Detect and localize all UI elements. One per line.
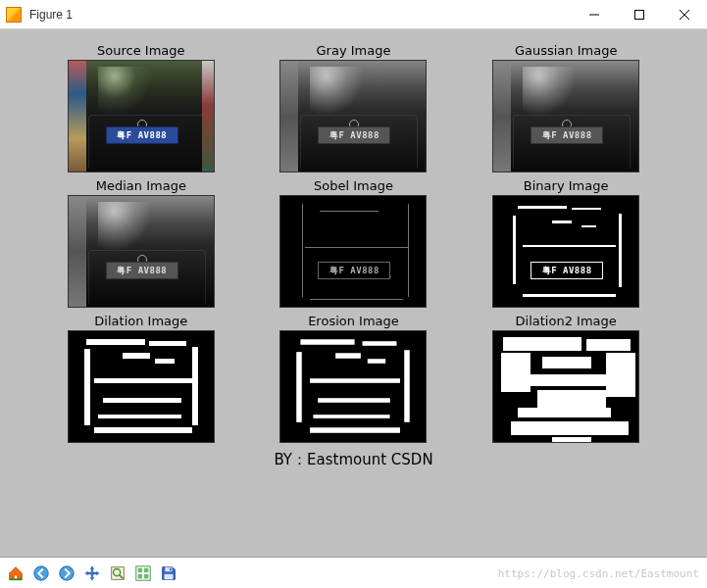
license-plate: 粤F AV888 xyxy=(530,262,603,279)
subplot-label: Gaussian Image xyxy=(515,43,618,58)
svg-rect-12 xyxy=(138,573,143,578)
subplot-image xyxy=(492,330,639,443)
back-button[interactable] xyxy=(29,562,53,585)
maximize-button[interactable] xyxy=(617,0,662,29)
subplot-image: 粤F AV888 xyxy=(492,60,639,172)
subplot-source: Source Image 粤F AV888 xyxy=(55,43,228,172)
forward-button[interactable] xyxy=(55,562,78,585)
subplot-image: 粤F AV888 xyxy=(68,60,215,172)
zoom-button[interactable] xyxy=(106,562,129,585)
subplot-binary: Binary Image 粤F AV888 xyxy=(480,178,653,308)
subplot-grid: Source Image 粤F AV888 Gray Image 粤F AV88… xyxy=(55,43,653,443)
window-controls xyxy=(572,0,707,29)
home-button[interactable] xyxy=(4,562,27,585)
subplot-dilation2: Dilation2 Image xyxy=(480,314,653,443)
watermark: https://blog.csdn.net/Eastmount xyxy=(498,567,699,580)
app-icon xyxy=(6,7,22,23)
subplot-label: Dilation Image xyxy=(94,314,187,328)
subplot-dilation: Dilation Image xyxy=(55,314,228,443)
svg-rect-1 xyxy=(635,10,644,19)
svg-point-4 xyxy=(34,565,48,579)
pan-button[interactable] xyxy=(80,562,104,585)
subplot-sobel: Sobel Image 粤F AV888 xyxy=(267,178,440,308)
subplot-label: Dilation2 Image xyxy=(516,314,617,328)
subplot-image: 粤F AV888 xyxy=(68,195,215,308)
minimize-button[interactable] xyxy=(572,0,617,29)
license-plate: 粤F AV888 xyxy=(106,262,178,279)
subplot-label: Source Image xyxy=(97,43,185,58)
license-plate: 粤F AV888 xyxy=(530,126,603,144)
svg-rect-11 xyxy=(144,567,149,572)
subplot-label: Erosion Image xyxy=(308,314,399,328)
svg-point-5 xyxy=(60,565,74,579)
svg-rect-13 xyxy=(144,573,149,578)
figure-caption: BY：Eastmount CSDN xyxy=(0,451,707,469)
license-plate: 粤F AV888 xyxy=(318,262,390,279)
subplot-image: 粤F AV888 xyxy=(492,195,639,308)
subplot-image: 粤F AV888 xyxy=(279,60,427,172)
window-title: Figure 1 xyxy=(29,8,572,22)
svg-rect-16 xyxy=(170,567,172,570)
save-button[interactable] xyxy=(157,562,180,585)
subplot-label: Gray Image xyxy=(317,43,391,58)
figure-canvas: Source Image 粤F AV888 Gray Image 粤F AV88… xyxy=(0,29,707,557)
svg-rect-10 xyxy=(138,567,143,572)
subplot-image xyxy=(68,330,215,443)
configure-subplots-button[interactable] xyxy=(131,562,155,585)
titlebar: Figure 1 xyxy=(0,0,707,29)
subplot-label: Sobel Image xyxy=(314,178,393,193)
subplot-image: 粤F AV888 xyxy=(279,195,427,308)
subplot-image xyxy=(279,330,427,443)
subplot-label: Median Image xyxy=(96,178,186,193)
svg-rect-15 xyxy=(165,573,174,578)
subplot-erosion: Erosion Image xyxy=(267,314,440,443)
license-plate: 粤F AV888 xyxy=(318,126,390,144)
subplot-median: Median Image 粤F AV888 xyxy=(55,178,228,308)
license-plate: 粤F AV888 xyxy=(106,126,178,144)
subplot-gaussian: Gaussian Image 粤F AV888 xyxy=(480,43,653,172)
close-button[interactable] xyxy=(662,0,707,29)
subplot-gray: Gray Image 粤F AV888 xyxy=(267,43,440,172)
subplot-label: Binary Image xyxy=(524,178,609,193)
